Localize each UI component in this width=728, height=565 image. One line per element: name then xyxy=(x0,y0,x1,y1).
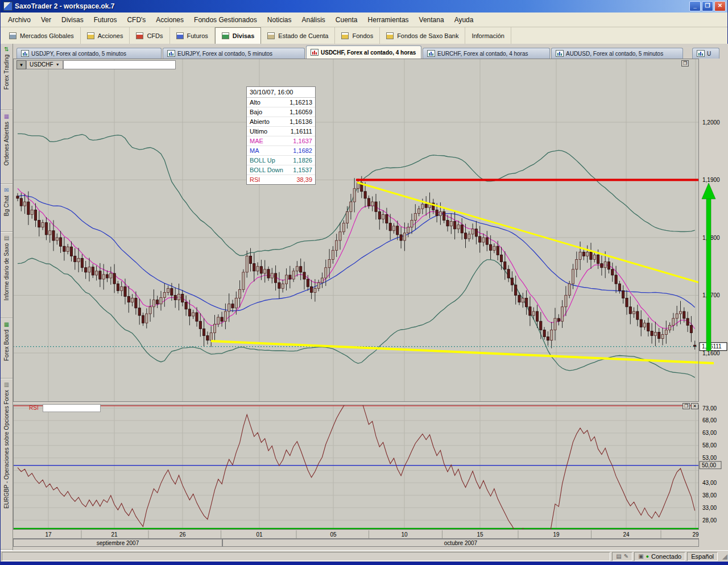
saxo-funds-icon xyxy=(386,32,394,39)
svg-text:50,00: 50,00 xyxy=(702,462,716,468)
sidebar-item[interactable]: ▦Ordenes Abiertas xyxy=(1,111,13,185)
toolbar-button-label: Fondos de Saxo Bank xyxy=(397,32,458,39)
funds-icon xyxy=(341,32,349,39)
toolbar-button-label: Mercados Globales xyxy=(20,32,74,39)
symbol-selector: ▼ USDCHF ▼ xyxy=(16,60,176,69)
status-bar: ▤ ✎ ▣ ● Conectado Español ◢ xyxy=(1,550,728,562)
chart-tab-label: USDJPY, Forex al contado, 5 minutos xyxy=(31,51,126,57)
svg-text:05: 05 xyxy=(330,531,337,538)
toolbar-button-label: Futuros xyxy=(187,32,208,39)
menu-item[interactable]: Ayuda xyxy=(449,13,479,26)
svg-text:63,00: 63,00 xyxy=(702,430,717,436)
tooltip-row-value: 1,16136 xyxy=(289,118,312,125)
toolbar-button[interactable]: Fondos de Saxo Bank xyxy=(380,27,465,44)
menu-item[interactable]: Ver xyxy=(36,13,56,26)
menu-item[interactable]: Acciones xyxy=(151,13,189,26)
symbol-search-input[interactable] xyxy=(63,60,176,69)
maximize-button[interactable]: ❐ xyxy=(702,1,713,11)
tooltip-row-value: 38,39 xyxy=(296,176,312,183)
sidebar-item-label: Forex Board xyxy=(3,330,10,361)
lock-icon: ● xyxy=(646,554,649,559)
connection-panel: ▣ ● Conectado xyxy=(634,552,685,561)
chart-tab[interactable]: USDJPY, Forex al contado, 5 minutos xyxy=(16,48,162,59)
svg-text:1,16111: 1,16111 xyxy=(702,343,722,350)
sidebar-item[interactable]: ▤Informe diario de Saxo xyxy=(1,232,13,319)
rsi-restore-icon[interactable]: ❐ xyxy=(682,403,690,409)
edit-icon[interactable]: ✎ xyxy=(624,553,628,559)
chart-icon xyxy=(21,50,29,57)
tooltip-row: Bajo1,16059 xyxy=(247,107,315,117)
menu-item[interactable]: Futuros xyxy=(89,13,122,26)
fx-options-icon: ▥ xyxy=(4,381,9,389)
sidebar-item-label: Forex Trading xyxy=(3,55,10,90)
sidebar-item[interactable]: ⇅Forex Trading xyxy=(1,44,13,111)
tooltip-row-value: 1,16213 xyxy=(289,99,312,106)
chart-tab[interactable]: EURCHF, Forex al contado, 4 horas xyxy=(423,48,550,59)
tooltip-row-label: MA xyxy=(250,147,259,154)
status-icons-panel: ▤ ✎ xyxy=(612,552,632,561)
tooltip-row: BOLL Up1,1826 xyxy=(247,156,315,165)
chart-menu-button[interactable]: ▼ xyxy=(16,60,26,69)
menu-item[interactable]: CFD's xyxy=(122,13,151,26)
minimize-button[interactable]: _ xyxy=(689,1,701,11)
chart-tab-label: EURJPY, Forex al contado, 5 minutos xyxy=(177,51,272,57)
svg-text:octubre 2007: octubre 2007 xyxy=(444,540,478,546)
resize-grip[interactable]: ◢ xyxy=(719,552,727,560)
svg-text:1,2000: 1,2000 xyxy=(702,119,720,126)
svg-text:01: 01 xyxy=(256,531,263,538)
price-chart-canvas[interactable]: 1,20001,19001,18001,17001,160073,0068,00… xyxy=(13,59,728,547)
menu-item[interactable]: Cuenta xyxy=(330,13,363,26)
chat-icon: ✉ xyxy=(4,186,9,194)
sidebar-item[interactable]: ▥EURGBP - Operaciones sobre Opciones For… xyxy=(1,379,13,550)
chart-tab[interactable]: EURJPY, Forex al contado, 5 minutos xyxy=(163,48,305,59)
chart-tab[interactable]: AUDUSD, Forex al contado, 5 minutos xyxy=(551,48,683,59)
chart-icon xyxy=(311,49,318,56)
svg-text:24: 24 xyxy=(623,531,630,538)
svg-text:68,00: 68,00 xyxy=(702,417,717,423)
chart-tab-label: USDCHF, Forex al contado, 4 horas xyxy=(321,49,416,56)
account-icon xyxy=(267,32,275,39)
toolbar-button-label: Estado de Cuenta xyxy=(278,32,328,39)
menu-item[interactable]: Noticias xyxy=(262,13,297,26)
forex-icon xyxy=(222,32,229,39)
svg-text:29: 29 xyxy=(692,531,699,538)
tooltip-row-label: Bajo xyxy=(250,109,262,115)
menu-item[interactable]: Fondos Gestionados xyxy=(189,13,262,26)
rsi-period-input[interactable] xyxy=(43,404,101,412)
futures-icon xyxy=(176,32,184,39)
svg-text:43,00: 43,00 xyxy=(702,480,717,486)
close-button[interactable]: ✕ xyxy=(714,1,726,11)
restore-pane-icon[interactable]: ❐ xyxy=(681,60,689,67)
tooltip-row-label: Alto xyxy=(250,99,260,106)
svg-text:21: 21 xyxy=(111,531,118,538)
left-sidebar: ⇅Forex Trading▦Ordenes Abiertas✉Bg Chat▤… xyxy=(1,44,13,550)
toolbar-button[interactable]: Acciones xyxy=(81,27,130,44)
chart-icon xyxy=(556,50,564,57)
toolbar-button[interactable]: Futuros xyxy=(170,27,215,44)
menu-item[interactable]: Archivo xyxy=(3,13,36,26)
printer-icon[interactable]: ▤ xyxy=(616,553,621,559)
menu-item[interactable]: Divisas xyxy=(56,13,89,26)
toolbar-button[interactable]: Divisas xyxy=(215,27,262,44)
rsi-close-icon[interactable]: ✕ xyxy=(691,403,698,409)
tooltip-timestamp: 30/10/07, 16:00 xyxy=(247,87,315,98)
sidebar-item[interactable]: ✉Bg Chat xyxy=(1,185,13,232)
chart-tab[interactable]: USDCHF, Forex al contado, 4 horas xyxy=(306,45,421,59)
menu-item[interactable]: Análisis xyxy=(296,13,330,26)
toolbar-button-label: Divisas xyxy=(233,32,255,39)
title-bar[interactable]: SaxoTrader 2 - workspace.ok.7 _ ❐ ✕ xyxy=(1,0,727,13)
sidebar-item[interactable]: ▦Forex Board xyxy=(1,319,13,379)
menu-item[interactable]: Herramientas xyxy=(363,13,414,26)
symbol-dropdown[interactable]: USDCHF ▼ xyxy=(26,60,63,69)
tooltip-row-value: 1,1826 xyxy=(293,157,312,164)
toolbar-button[interactable]: CFDs xyxy=(130,27,169,44)
svg-text:73,00: 73,00 xyxy=(702,405,717,412)
menu-bar: ArchivoVerDivisasFuturosCFD'sAccionesFon… xyxy=(1,13,727,27)
toolbar-button[interactable]: Información xyxy=(465,27,511,44)
toolbar-button[interactable]: Mercados Globales xyxy=(3,27,81,44)
menu-item[interactable]: Ventana xyxy=(414,13,449,26)
svg-text:26: 26 xyxy=(179,531,186,538)
toolbar-button[interactable]: Fondos xyxy=(335,27,380,44)
chart-tab[interactable]: U xyxy=(692,48,719,59)
toolbar-button[interactable]: Estado de Cuenta xyxy=(261,27,335,44)
